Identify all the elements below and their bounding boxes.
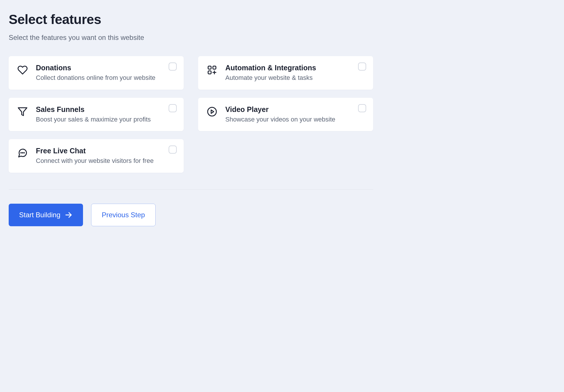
- feature-card-sales-funnels[interactable]: Sales Funnels Boost your sales & maximiz…: [9, 98, 184, 131]
- previous-step-button[interactable]: Previous Step: [91, 204, 156, 226]
- feature-checkbox[interactable]: [358, 62, 366, 71]
- feature-title: Donations: [36, 64, 163, 72]
- chat-bubble-icon: [17, 148, 28, 158]
- button-label: Start Building: [19, 211, 60, 219]
- svg-point-10: [24, 153, 24, 153]
- feature-checkbox[interactable]: [358, 104, 366, 112]
- arrow-right-icon: [64, 211, 73, 219]
- feature-card-automation[interactable]: Automation & Integrations Automate your …: [198, 56, 373, 90]
- feature-description: Collect donations online from your websi…: [36, 74, 163, 82]
- svg-rect-2: [208, 71, 211, 74]
- button-label: Previous Step: [102, 211, 145, 219]
- heart-icon: [17, 65, 28, 75]
- start-building-button[interactable]: Start Building: [9, 204, 83, 226]
- svg-rect-1: [213, 66, 216, 69]
- action-row: Start Building Previous Step: [9, 204, 555, 226]
- feature-description: Connect with your website visitors for f…: [36, 157, 163, 165]
- page-subtitle: Select the features you want on this web…: [9, 34, 555, 42]
- svg-marker-5: [18, 108, 27, 115]
- feature-description: Automate your website & tasks: [225, 74, 353, 82]
- svg-rect-0: [208, 66, 211, 69]
- play-circle-icon: [207, 106, 217, 117]
- feature-grid: Donations Collect donations online from …: [9, 56, 373, 173]
- feature-description: Showcase your videos on your website: [225, 115, 353, 124]
- svg-point-6: [208, 107, 216, 116]
- svg-point-8: [21, 153, 21, 153]
- feature-description: Boost your sales & maximize your profits: [36, 115, 163, 124]
- feature-title: Video Player: [225, 105, 353, 114]
- page-title: Select features: [9, 12, 555, 27]
- funnel-icon: [17, 106, 28, 117]
- feature-text: Donations Collect donations online from …: [36, 64, 175, 82]
- feature-checkbox[interactable]: [169, 104, 177, 112]
- grid-plus-icon: [207, 65, 217, 75]
- feature-title: Automation & Integrations: [225, 64, 353, 72]
- svg-marker-7: [211, 110, 214, 113]
- feature-card-video-player[interactable]: Video Player Showcase your videos on you…: [198, 98, 373, 131]
- divider: [9, 189, 373, 190]
- feature-title: Free Live Chat: [36, 147, 163, 155]
- feature-checkbox[interactable]: [169, 146, 177, 154]
- feature-text: Automation & Integrations Automate your …: [225, 64, 364, 82]
- feature-text: Free Live Chat Connect with your website…: [36, 147, 175, 165]
- svg-point-9: [22, 153, 23, 153]
- feature-card-live-chat[interactable]: Free Live Chat Connect with your website…: [9, 139, 184, 173]
- feature-text: Sales Funnels Boost your sales & maximiz…: [36, 105, 175, 124]
- feature-card-donations[interactable]: Donations Collect donations online from …: [9, 56, 184, 90]
- feature-title: Sales Funnels: [36, 105, 163, 114]
- feature-text: Video Player Showcase your videos on you…: [225, 105, 364, 124]
- feature-checkbox[interactable]: [169, 62, 177, 71]
